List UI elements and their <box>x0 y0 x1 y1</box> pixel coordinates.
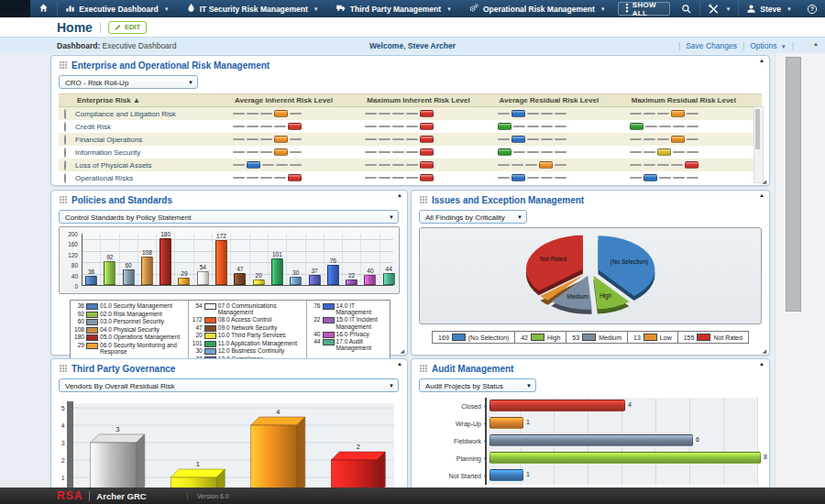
bar[interactable] <box>490 417 523 429</box>
bar[interactable] <box>490 452 761 464</box>
resize-corner-icon[interactable]: ◢ <box>762 347 766 354</box>
bar[interactable] <box>383 273 395 285</box>
legend-entry[interactable]: 17208.0 Access Control <box>192 316 303 323</box>
bar[interactable] <box>160 238 171 285</box>
bar[interactable] <box>91 443 137 488</box>
show-all-button[interactable]: SHOW ALL <box>618 2 671 16</box>
bar[interactable] <box>364 275 376 285</box>
legend-entry[interactable]: 2010.0 Third Party Services <box>192 332 303 339</box>
risk-name[interactable]: Credit Risk <box>75 123 233 131</box>
scroll-up-icon[interactable]: ▲ <box>813 41 819 47</box>
bar[interactable] <box>104 261 116 285</box>
nav-item-operational-risk[interactable]: Operational Risk Management▼ <box>460 0 614 17</box>
collapse-panel-icon[interactable]: ▲ <box>397 361 402 367</box>
bar[interactable] <box>170 477 216 488</box>
panel-scrollbar[interactable] <box>754 106 764 183</box>
bar[interactable] <box>178 278 190 285</box>
bar[interactable] <box>197 271 209 285</box>
legend-entry[interactable]: 155Not Rated <box>678 331 749 344</box>
legend-entry[interactable]: 53Medium <box>566 331 628 344</box>
search-button[interactable] <box>674 0 699 17</box>
bar[interactable] <box>251 425 297 488</box>
bar[interactable] <box>123 269 135 285</box>
record-icon[interactable] <box>64 160 66 170</box>
nav-item-executive-dashboard[interactable]: Executive Dashboard▼ <box>57 0 177 17</box>
help-button[interactable]: ? <box>799 0 825 17</box>
page-scrollbar-track[interactable] <box>775 53 825 488</box>
collapse-panel-icon[interactable]: ▲ <box>759 58 764 63</box>
risk-report-select[interactable]: CRO - Risk Roll-Up▼ <box>59 75 198 89</box>
legend-entry[interactable]: 5407.0 Communications Management <box>192 302 303 316</box>
legend-entry[interactable]: 3601.0 Security Management <box>73 302 185 310</box>
column-header[interactable]: Average Inherent Risk Level <box>233 96 365 104</box>
admin-tools-menu[interactable]: ▼ <box>700 0 738 17</box>
bar[interactable] <box>490 400 625 411</box>
table-row[interactable]: Credit Risk <box>59 120 762 133</box>
legend-entry[interactable]: 169(No Selection) <box>432 331 515 344</box>
bar[interactable] <box>327 265 339 285</box>
record-icon[interactable] <box>64 109 66 119</box>
resize-corner-icon[interactable]: ◢ <box>762 178 766 184</box>
edit-button[interactable]: EDIT <box>108 21 147 34</box>
risk-name[interactable]: Operational Risks <box>75 174 233 182</box>
record-icon[interactable] <box>64 135 66 145</box>
collapse-panel-icon[interactable]: ▲ <box>397 192 402 198</box>
risk-name[interactable]: Financial Operations <box>75 136 233 144</box>
bar[interactable] <box>309 275 321 285</box>
issues-report-select[interactable]: All Findings by Criticality▼ <box>419 210 527 224</box>
resize-corner-icon[interactable]: ◢ <box>400 347 404 354</box>
table-row[interactable]: Compliance and Litigation Risk <box>59 107 762 120</box>
record-icon[interactable] <box>64 122 66 132</box>
table-row[interactable]: Information Security <box>59 146 762 159</box>
table-row[interactable]: Operational Risks <box>59 171 762 184</box>
user-menu[interactable]: Steve ▼ <box>739 0 799 17</box>
policies-report-select[interactable]: Control Standards by Policy Statement▼ <box>59 210 399 224</box>
pie-slice-not-rated[interactable] <box>526 236 583 290</box>
home-nav-button[interactable] <box>30 0 57 17</box>
legend-entry[interactable]: 13Low <box>628 331 678 344</box>
risk-name[interactable]: Compliance and Litigation Risk <box>75 110 233 118</box>
record-icon[interactable] <box>64 173 66 183</box>
bar[interactable] <box>234 273 246 285</box>
nav-item-third-party[interactable]: Third Party Management▼ <box>327 0 460 17</box>
legend-entry[interactable]: 18005.0 Operations Management <box>73 334 185 341</box>
legend-entry[interactable]: 2906.0 Security Monitoring and Response <box>73 342 185 356</box>
legend-entry[interactable]: 9202.0 Risk Management <box>73 311 185 318</box>
legend-entry[interactable]: 42High <box>515 331 566 344</box>
legend-entry[interactable]: 10111.0 Application Management <box>192 340 303 347</box>
bar[interactable] <box>141 257 153 285</box>
panel-scrollbar-thumb[interactable] <box>755 109 760 149</box>
legend-entry[interactable]: 3012.0 Business Continuity <box>192 347 303 355</box>
risk-name[interactable]: Information Security <box>75 148 233 157</box>
collapse-panel-icon[interactable]: ▲ <box>759 361 764 367</box>
legend-entry[interactable]: 6003.0 Personnel Security <box>73 318 185 325</box>
column-header-sort[interactable]: Enterprise Risk ▲ <box>75 96 233 104</box>
page-scrollbar-thumb[interactable] <box>786 57 801 312</box>
bar[interactable] <box>85 276 97 285</box>
options-menu[interactable]: Options ▼ <box>750 41 786 50</box>
bar[interactable] <box>490 434 693 446</box>
record-icon[interactable] <box>64 148 66 158</box>
bar[interactable] <box>346 279 358 285</box>
table-row[interactable]: Loss of Physical Assets <box>59 159 762 171</box>
column-header[interactable]: Maximum Residual Risk Level <box>630 96 762 104</box>
column-header[interactable]: Maximum Inherent Risk Level <box>365 96 497 104</box>
table-row[interactable]: Financial Operations <box>59 133 762 146</box>
save-changes-link[interactable]: Save Changes <box>686 41 737 50</box>
nav-item-it-security-risk[interactable]: IT Security Risk Management▼ <box>178 0 327 17</box>
bar[interactable] <box>490 469 523 481</box>
legend-entry[interactable]: 4016.0 Privacy <box>310 331 387 338</box>
legend-entry[interactable]: 4709.0 Network Security <box>192 324 303 332</box>
bar[interactable] <box>331 460 377 488</box>
bar[interactable] <box>271 258 283 285</box>
column-header[interactable]: Average Residual Risk Level <box>498 96 630 104</box>
legend-entry[interactable]: 7614.0 IT Management <box>310 302 387 316</box>
legend-entry[interactable]: 10804.0 Physical Security <box>73 326 185 334</box>
legend-entry[interactable]: 4417.0 Audit Management <box>310 338 387 352</box>
bar[interactable] <box>215 240 227 285</box>
collapse-panel-icon[interactable]: ▲ <box>759 192 764 198</box>
bar[interactable] <box>253 279 265 285</box>
thirdparty-report-select[interactable]: Vendors By Overall Residual Risk▼ <box>59 378 399 392</box>
legend-entry[interactable]: 2215.0 IT Incident Management <box>310 316 387 330</box>
audit-report-select[interactable]: Audit Projects by Status▼ <box>419 378 536 392</box>
